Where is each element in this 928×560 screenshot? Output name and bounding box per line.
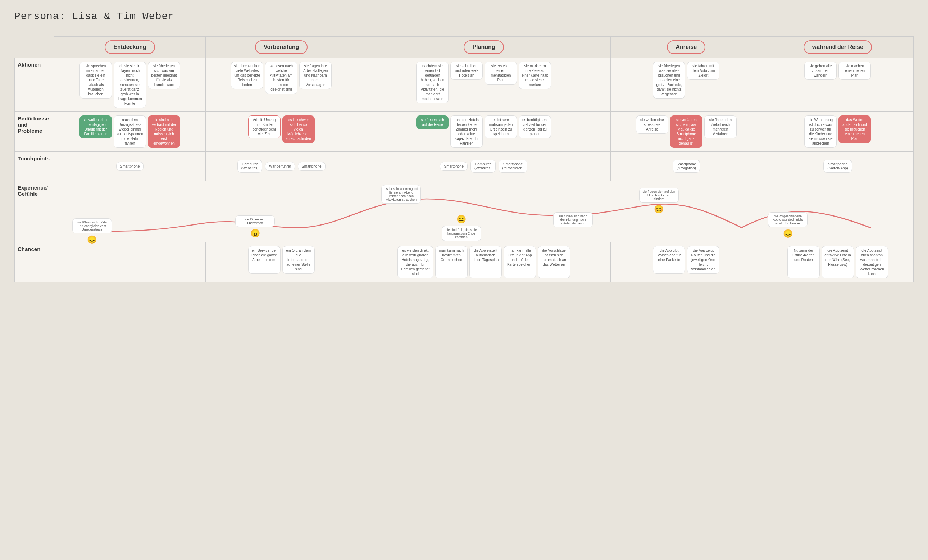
beduerfnisse-entdeckung: sie wollen einen mehrfägigen Urlaub mit … — [54, 112, 206, 152]
phase-planung: Planung — [464, 40, 504, 54]
beduerfnisse-card: manche Hotels haben keine Zimmer mehr od… — [450, 116, 483, 148]
touchpoint-smartphone-tel: Smartphone(telefonieren) — [499, 160, 528, 172]
beduerfnisse-card: sie wollen eine stressfreie Anreise — [636, 116, 668, 134]
exp-emoji-entdeckung: 😞 — [87, 235, 97, 244]
touchpoints-anreise: Smartphone(Navigation) — [611, 152, 762, 181]
exp-note-waehrend: die vorgeschlagene Route war doch nicht … — [768, 212, 807, 227]
chancen-card: ein Service, der ihnen die ganze Arbeit … — [248, 246, 281, 274]
chancen-card: die App erstellt automatisch einen Tages… — [469, 246, 502, 278]
page-title: Persona: Lisa & Tim Weber — [14, 11, 914, 22]
aktionen-card: sie fragen ihre Arbeitskollegen und Nach… — [299, 61, 332, 89]
touchpoints-entdeckung: Smartphone — [54, 152, 206, 181]
aktionen-vorbereitung: sie durchsuchen viele Websites um das pe… — [206, 58, 357, 112]
chancen-planung: es werden direkt alle verfügbaren Hotels… — [357, 243, 611, 282]
chancen-card: Nutzung der Offline-Karten und Routen — [788, 246, 820, 278]
aktionen-label: Aktionen — [15, 58, 54, 112]
beduerfnisse-card: das Wetter ändert sich und sie brauchen … — [838, 116, 871, 143]
touchpoint-smartphone: Smartphone — [440, 162, 467, 171]
aktionen-card: sie machen einen neuen Plan — [838, 61, 871, 80]
beduerfnisse-card: Arbeit, Umzug und Kinder benötigen sehr … — [248, 116, 281, 139]
chancen-card: ein Ort, an dem alle Informationen auf e… — [282, 246, 315, 274]
beduerfnisse-card: sie freuen sich auf die Reise — [416, 116, 449, 129]
aktionen-card: sie sprechen miteinander, dass sie ein p… — [79, 61, 112, 99]
aktionen-card: sie gehen alle zusammen wandern — [804, 61, 836, 80]
experience-row: Experience/Gefühle sie fühlen sich müde … — [15, 181, 914, 243]
beduerfnisse-waehrend: die Wanderung ist doch etwas zu schwer f… — [762, 112, 913, 152]
touchpoint-smartphone-nav: Smartphone(Navigation) — [673, 160, 700, 172]
chancen-anreise: die App gibt Vorschläge für eine Packlis… — [611, 243, 762, 282]
exp-note-planung-1: es ist sehr anstrengend für sie am Abend… — [381, 185, 421, 204]
experience-label: Experience/Gefühle — [15, 181, 54, 243]
chancen-card: es werden direkt alle verfügbaren Hotels… — [397, 246, 433, 278]
exp-note-anreise-1: sie fühlen sich nach der Planung noch mü… — [553, 212, 593, 227]
phase-vorbereitung: Vorbereitung — [255, 40, 308, 54]
exp-emoji-waehrend: 😞 — [783, 229, 793, 238]
chancen-card: die App zeigt Routen und die jeweiligen … — [687, 246, 719, 274]
aktionen-card: sie lesen nach welche Aktivitäten am bes… — [265, 61, 298, 94]
beduerfnisse-planung: sie freuen sich auf die Reise manche Hot… — [357, 112, 611, 152]
chancen-label: Chancen — [15, 243, 54, 282]
aktionen-waehrend: sie gehen alle zusammen wandern sie mach… — [762, 58, 913, 112]
journey-map-table: Entdeckung Vorbereitung Planung Anreise … — [14, 36, 914, 282]
chancen-card: die App zeigt auch spontan was man beim … — [856, 246, 888, 278]
aktionen-card: sie markieren ihre Ziele auf einer Karte… — [519, 61, 551, 89]
aktionen-row: Aktionen sie sprechen miteinander, dass … — [15, 58, 914, 112]
touchpoints-vorbereitung: Computer(Websites) Wanderführer Smartpho… — [206, 152, 357, 181]
touchpoints-row: Touchpoints Smartphone Computer(Websites… — [15, 152, 914, 181]
beduerfnisse-card: sie wollen einen mehrfägigen Urlaub mit … — [79, 116, 112, 139]
exp-emoji-anreise: 😊 — [654, 204, 664, 214]
exp-note-anreise-2: sie freuen sich auf den Urlaub mit ihren… — [639, 188, 679, 203]
beduerfnisse-label: BedürfnisseundProbleme — [15, 112, 54, 152]
beduerfnisse-card: die Wanderung ist doch etwas zu schwer f… — [804, 116, 836, 148]
chancen-row: Chancen ein Service, der ihnen die ganze… — [15, 243, 914, 282]
touchpoints-planung: Smartphone Computer(Websites) Smartphone… — [357, 152, 611, 181]
beduerfnisse-card: es benötigt sehr viel Zeit für den ganze… — [519, 116, 551, 139]
chancen-entdeckung — [54, 243, 206, 282]
chancen-card: man kann nach bestimmten Orten suchen — [435, 246, 468, 278]
chancen-card: die App gibt Vorschläge für eine Packlis… — [653, 246, 685, 274]
aktionen-entdeckung: sie sprechen miteinander, dass sie ein p… — [54, 58, 206, 112]
touchpoint-computer: Computer(Websites) — [470, 160, 496, 172]
aktionen-planung: nachdem sie einen Ort gefunden haben, su… — [357, 58, 611, 112]
aktionen-card: sie überlegen sich was am besten geeigne… — [148, 61, 180, 89]
exp-emoji-planung: 😐 — [456, 215, 466, 224]
aktionen-card: sie fahren mit dem Auto zum Zielort — [687, 61, 719, 80]
touchpoint-smartphone: Smartphone — [298, 162, 325, 171]
aktionen-card: sie erstellen einen mehrtägigen Plan — [484, 61, 517, 84]
aktionen-card: sie durchsuchen viele Websites um das pe… — [231, 61, 263, 89]
beduerfnisse-vorbereitung: Arbeit, Umzug und Kinder benötigen sehr … — [206, 112, 357, 152]
chancen-waehrend: Nutzung der Offline-Karten und Routen di… — [762, 243, 913, 282]
beduerfnisse-card: nach dem Umzugsstress wieder einmal zum … — [114, 116, 146, 148]
beduerfnisse-card: sie verfahren sich ein paar Mal, da die … — [670, 116, 702, 148]
chancen-card: die App zeigt attraktive Orte in der Näh… — [821, 246, 854, 278]
beduerfnisse-card: sie finden den Zielort nach mehreren Ver… — [704, 116, 737, 139]
aktionen-card: da sie sich in Bayern noch nicht auskenn… — [114, 61, 146, 108]
phase-waehrend: während der Reise — [804, 40, 872, 54]
touchpoint-computer: Computer(Websites) — [237, 160, 263, 172]
phase-entdeckung: Entdeckung — [105, 40, 155, 54]
beduerfnisse-card: sie sind nicht vertraut mit der Region u… — [148, 116, 180, 148]
chancen-card: die Vorschläge passen sich automatisch a… — [538, 246, 570, 278]
aktionen-card: sie überlegen was sie alles brauchen und… — [653, 61, 685, 99]
aktionen-card: sie schreiben und rufen viele Hotels an — [450, 61, 483, 80]
touchpoint-smartphone: Smartphone — [116, 162, 143, 171]
chancen-vorbereitung: ein Service, der ihnen die ganze Arbeit … — [206, 243, 357, 282]
touchpoint-wanderfuehrer: Wanderführer — [265, 162, 295, 171]
beduerfnisse-row: BedürfnisseundProbleme sie wollen einen … — [15, 112, 914, 152]
exp-note-entdeckung: sie fühlen sich müde und energielos vom … — [72, 218, 112, 233]
chancen-card: man kann alle Orte in der App und auf de… — [504, 246, 536, 278]
aktionen-anreise: sie überlegen was sie alles brauchen und… — [611, 58, 762, 112]
touchpoints-waehrend: Smartphone(Karten-App) — [762, 152, 913, 181]
aktionen-card: nachdem sie einen Ort gefunden haben, su… — [416, 61, 449, 103]
exp-note-vorbereitung: sie fühlen sich überfordert — [235, 215, 275, 227]
exp-emoji-vorbereitung: 😠 — [250, 229, 260, 238]
exp-note-planung-2: sie sind froh, dass sie langsam zum Ende… — [442, 226, 481, 241]
beduerfnisse-anreise: sie wollen eine stressfreie Anreise sie … — [611, 112, 762, 152]
beduerfnisse-card: es ist schwer sich bei so vielen Möglich… — [282, 116, 315, 143]
phase-anreise: Anreise — [667, 40, 705, 54]
beduerfnisse-card: es ist sehr mühsam jeden Ort einzeln zu … — [484, 116, 517, 139]
touchpoint-smartphone-karten: Smartphone(Karten-App) — [823, 160, 852, 172]
touchpoints-label: Touchpoints — [15, 152, 54, 181]
